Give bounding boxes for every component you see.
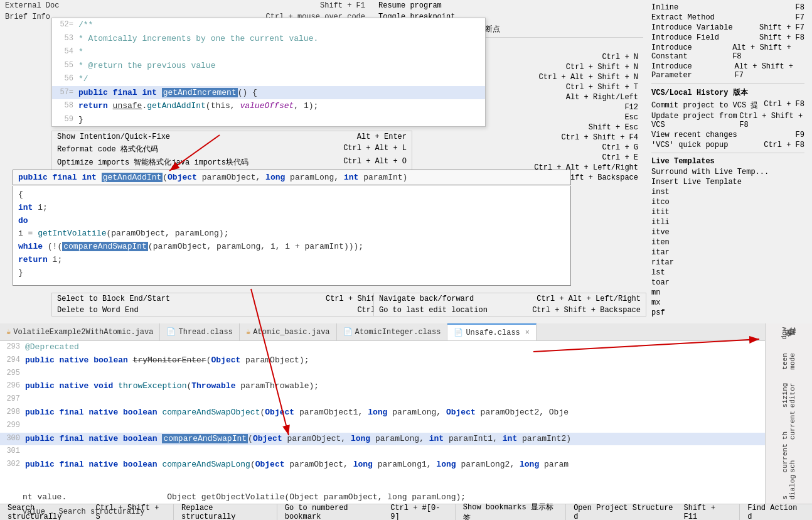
line-num: 59 xyxy=(55,114,73,126)
navigate-last-edit[interactable]: Go to last edit location Ctrl + Shift + … xyxy=(374,305,646,316)
vcs-recent[interactable]: View recent changes F9 xyxy=(651,130,804,140)
line-num: 52= xyxy=(55,19,73,31)
status-open-project[interactable]: Open Project Structure d Shift + F11 xyxy=(566,504,740,520)
menu-label: ritar xyxy=(651,258,674,267)
live-templates-label: Live Templates xyxy=(651,157,715,166)
refactor-item-introd-field[interactable]: Introduce Field Shift + F8 xyxy=(651,33,804,43)
popup-line-52: 52= /** xyxy=(52,18,485,32)
menu-label: Delete to Word End xyxy=(57,306,139,315)
shortcut: Ctrl + Shift + F4 xyxy=(562,133,638,142)
line-gutter: 299 xyxy=(3,420,25,433)
live-template-ritar[interactable]: ritar xyxy=(651,257,804,268)
tab-volatile[interactable]: ☕ VolatileExample2WithAtomic.java xyxy=(0,323,160,340)
tab-thread[interactable]: 📄 Thread.class xyxy=(160,323,239,340)
separator-vcs xyxy=(651,83,804,84)
live-template-inst[interactable]: inst xyxy=(651,187,804,197)
refactor-item-extract[interactable]: Extract Method F7 xyxy=(651,13,804,23)
line-content: public native void throwException(Throwa… xyxy=(25,380,319,393)
status-label: Find Action d xyxy=(747,504,804,521)
status-replace-struct[interactable]: Replace structurally xyxy=(174,504,277,520)
live-template-itli[interactable]: itli xyxy=(651,217,804,227)
menu-label: itco xyxy=(651,198,670,207)
menu-shortcut: Ctrl + Shift + F8 xyxy=(739,112,804,129)
menu-shortcut: F7 xyxy=(796,13,804,22)
nav-item-9[interactable]: Ctrl + Shift + F4 xyxy=(373,133,643,143)
menu-item-delete-word[interactable]: Delete to Word End Ctrl + Delete xyxy=(52,305,421,316)
nav-item-11[interactable]: Ctrl + E xyxy=(373,153,643,163)
menu-item-intention[interactable]: Show Intention/Quick-Fixe Alt + Enter xyxy=(52,131,412,143)
tab-icon: 📄 xyxy=(343,327,353,337)
popup-line-58: 58 return unsafe.getAndAddInt(this, valu… xyxy=(52,99,485,113)
menu-shortcut: Ctrl + Alt + Left/Right xyxy=(537,295,641,303)
status-goto-bookmark[interactable]: Go to numbered bookmark Ctrl + #[0-9] xyxy=(277,504,456,520)
menu-label: itli xyxy=(651,218,670,227)
live-templates-surround[interactable]: Surround with Live Temp... xyxy=(651,167,804,177)
menu-shortcut: Ctrl + Alt + O xyxy=(343,157,407,168)
separator-live xyxy=(651,153,804,153)
live-template-lst[interactable]: lst xyxy=(651,268,804,278)
editor-line-302: 302 public final native boolean compareA… xyxy=(0,458,812,472)
tab-bar: ☕ VolatileExample2WithAtomic.java 📄 Thre… xyxy=(0,323,812,341)
menu-shortcut: Alt + Shift + F8 xyxy=(732,43,804,61)
tab-unsafe[interactable]: 📄 Unsafe.class × xyxy=(447,323,537,340)
live-template-itit[interactable]: itit xyxy=(651,207,804,217)
side-label-teen: teen mode xyxy=(780,344,798,371)
tab-icon: 📄 xyxy=(166,327,176,337)
tab-atomic-basic[interactable]: ☕ Atomic_basic.java xyxy=(240,323,337,340)
refactor-item-introd-param[interactable]: Introduce Parameter Alt + Shift + F7 xyxy=(651,62,804,80)
live-templates-insert[interactable]: Insert Live Template xyxy=(651,177,804,187)
status-show-bookmarks[interactable]: Show bookmarks 显示标签 xyxy=(456,504,566,520)
menu-item-select-block[interactable]: Select to Block End/Start Ctrl + Shift +… xyxy=(52,293,421,305)
side-label-current: th current xyxy=(780,409,798,441)
shortcut: Shift + Esc xyxy=(589,123,638,132)
navigate-back-forward[interactable]: Navigate back/forward Ctrl + Alt + Left/… xyxy=(374,293,646,305)
menu-shortcut: Ctrl + Alt + L xyxy=(343,144,407,154)
code-popup: 52= /** 53 * Atomically increments by on… xyxy=(51,18,486,127)
vcs-commit[interactable]: Commit project to VCS 提 Ctrl + F8 xyxy=(651,99,804,111)
tab-atomicinteger[interactable]: 📄 AtomicInteger.class xyxy=(337,323,448,340)
refactor-item-introd-const[interactable]: Introduce Constant Alt + Shift + F8 xyxy=(651,43,804,62)
vcs-update[interactable]: Update project from VCS Ctrl + Shift + F… xyxy=(651,111,804,130)
menu-item-external-doc[interactable]: External Doc Shift + F1 xyxy=(0,0,370,11)
live-template-mn[interactable]: mn xyxy=(651,288,804,298)
line-gutter: 302 xyxy=(3,458,25,472)
line-content: public final int getAndIncrement() { xyxy=(78,87,257,99)
live-template-iten[interactable]: iten xyxy=(651,237,804,247)
status-label: Open Project Structure d xyxy=(574,504,678,521)
tab-label: Atomic_basic.java xyxy=(253,328,329,337)
line-gutter: 298 xyxy=(3,406,25,420)
status-label: Go to numbered bookmark xyxy=(285,504,385,521)
far-right-menu: Inline F8 Extract Method F7 Introduce Va… xyxy=(646,0,809,320)
tab-label: Unsafe.class xyxy=(466,328,520,337)
code-body-line-brace: { xyxy=(18,188,565,202)
menu-label: itve xyxy=(651,228,670,237)
vcs-popup[interactable]: 'VCS' quick popup Ctrl + F8 xyxy=(651,140,804,150)
menu-label: View recent changes xyxy=(651,131,737,139)
menu-item-reformat[interactable]: Reformat code 格式化代码 Ctrl + Alt + L xyxy=(52,143,412,156)
line-gutter: 296 xyxy=(3,380,25,393)
menu-label: Navigate back/forward xyxy=(379,295,474,303)
line-content xyxy=(25,420,30,433)
tab-close[interactable]: × xyxy=(525,328,530,337)
menu-shortcut: Shift + F1 xyxy=(320,1,365,10)
live-template-itco[interactable]: itco xyxy=(651,197,804,207)
menu-item-optimize[interactable]: Optimize imports 智能格式化java imports块代码 Ct… xyxy=(52,156,412,169)
live-template-itar[interactable]: itar xyxy=(651,247,804,257)
menu-label: Inline xyxy=(651,3,678,12)
menu-label: External Doc xyxy=(5,1,59,10)
live-template-toar[interactable]: toar xyxy=(651,278,804,288)
refactor-item-introd-var[interactable]: Introduce Variable Shift + F7 xyxy=(651,23,804,33)
menu-label: Extract Method xyxy=(651,13,715,22)
search-structurally-label: value . Search structurally xyxy=(23,504,144,520)
line-content: /** xyxy=(78,19,93,31)
status-find-action[interactable]: Find Action d xyxy=(740,504,812,520)
menu-label: inst xyxy=(651,188,670,197)
side-label-dialog: s dialog xyxy=(780,474,798,501)
live-template-psf[interactable]: psf xyxy=(651,308,804,318)
live-template-itve[interactable]: itve xyxy=(651,227,804,237)
refactor-item-inline[interactable]: Inline F8 xyxy=(651,3,804,13)
live-template-mx[interactable]: mx xyxy=(651,298,804,308)
nav-item-10[interactable]: Ctrl + G xyxy=(373,143,643,153)
shortcut: Ctrl + Shift + N xyxy=(566,63,638,72)
menu-item-resume[interactable]: Resume program xyxy=(373,0,643,11)
